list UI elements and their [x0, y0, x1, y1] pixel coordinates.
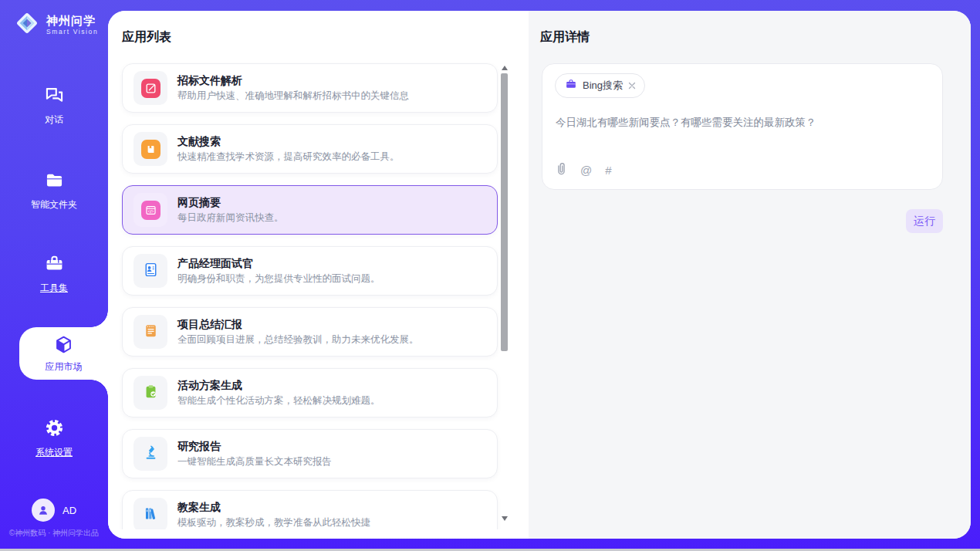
chat-icon [44, 95, 65, 108]
sidebar-item-smart-folder[interactable]: 智能文件夹 [0, 170, 108, 211]
app-title: 项目总结汇报 [177, 316, 419, 332]
app-list-pane: 应用列表 招标文件解析 帮助用户快速、准确地理解和解析招标书中的关键信 [108, 11, 529, 539]
diamond-logo-icon [14, 10, 40, 39]
app-icon-tile [133, 498, 167, 529]
sidebar-item-settings[interactable]: 系统设置 [0, 417, 108, 459]
user-row[interactable]: AD [0, 499, 108, 522]
composer-toolbar: @ # [556, 161, 612, 179]
app-title: 研究报告 [177, 438, 332, 454]
app-title: 招标文件解析 [177, 73, 409, 88]
app-desc: 全面回顾项目进展，总结经验教训，助力未来优化发展。 [177, 333, 419, 347]
scroll-down-icon[interactable] [502, 516, 508, 521]
query-input[interactable]: 今日湖北有哪些新闻要点？有哪些需要关注的最新政策？ [556, 115, 928, 130]
list-item-literature-search[interactable]: 文献搜索 快速精准查找学术资源，提高研究效率的必备工具。 [122, 124, 498, 174]
app-desc: 智能生成个性化活动方案，轻松解决规划难题。 [177, 394, 380, 408]
mention-icon[interactable]: @ [580, 164, 592, 176]
app-icon-tile [133, 71, 167, 105]
app-icon-tile [133, 437, 167, 471]
briefcase-icon [565, 78, 577, 93]
sidebar-item-chat[interactable]: 对话 [0, 85, 108, 127]
app-desc: 一键智能生成高质量长文本研究报告 [177, 455, 332, 469]
cube-icon [53, 334, 74, 358]
app-title: 产品经理面试官 [177, 255, 380, 271]
app-list-title: 应用列表 [122, 29, 171, 46]
list-item-event-plan[interactable]: 活动方案生成 智能生成个性化活动方案，轻松解决规划难题。 [122, 368, 498, 417]
brand-logo: 神州问学 Smart Vision [14, 10, 98, 39]
app-desc: 快速精准查找学术资源，提高研究效率的必备工具。 [177, 150, 400, 164]
app-desc: 模板驱动，教案秒成，教学准备从此轻松快捷 [177, 516, 370, 529]
scrollbar-thumb[interactable] [501, 73, 508, 351]
app-desc: 明确身份和职责，为您提供专业性的面试问题。 [177, 272, 380, 286]
prompt-card: Bing搜索 今日湖北有哪些新闻要点？有哪些需要关注的最新政策？ @ [542, 63, 943, 190]
app-title: 教案生成 [177, 499, 370, 515]
app-list-scrollbar[interactable] [500, 62, 509, 525]
brand-subtitle: Smart Vision [46, 28, 98, 35]
close-icon[interactable] [628, 79, 636, 93]
app-icon-tile [133, 376, 167, 410]
copyright-footer: ©神州数码 · 神州问学出品 [0, 528, 108, 539]
sidebar-item-label: 系统设置 [0, 446, 108, 459]
user-name: AD [63, 505, 76, 516]
scroll-up-icon[interactable] [502, 66, 508, 70]
app-title: 活动方案生成 [177, 377, 380, 393]
brand-title: 神州问学 [46, 14, 96, 27]
edit-document-icon [141, 79, 161, 98]
microscope-icon [142, 444, 160, 465]
notepad-icon [142, 322, 160, 343]
paperclip-icon[interactable] [556, 161, 567, 179]
list-item-bid-document-parsing[interactable]: 招标文件解析 帮助用户快速、准确地理解和解析招标书中的关键信息 [122, 63, 498, 113]
clipboard-check-icon [142, 383, 160, 404]
app-icon-tile [133, 254, 167, 288]
hash-icon[interactable]: # [605, 164, 611, 176]
app-icon-tile [133, 193, 167, 227]
book-icon [141, 140, 161, 159]
sidebar-item-toolkit[interactable]: 工具集 [0, 253, 108, 295]
sidebar-item-label: 智能文件夹 [0, 198, 108, 211]
app-desc: 帮助用户快速、准确地理解和解析招标书中的关键信息 [177, 89, 409, 103]
run-button[interactable]: 运行 [906, 209, 943, 233]
avatar [32, 499, 55, 522]
gear-icon [44, 428, 65, 441]
tool-chip-label: Bing搜索 [583, 79, 623, 93]
app-detail-title: 应用详情 [540, 29, 590, 46]
list-item-web-summary[interactable]: 网页摘要 每日政府新闻资讯快查。 [122, 185, 498, 235]
folder-icon [44, 180, 65, 193]
list-item-lesson-plan[interactable]: 教案生成 模板驱动，教案秒成，教学准备从此轻松快捷 [122, 490, 498, 529]
app-detail-pane: 应用详情 Bing搜索 [529, 11, 971, 539]
list-item-research-report[interactable]: 研究报告 一键智能生成高质量长文本研究报告 [122, 429, 498, 478]
sidebar-item-label: 对话 [0, 113, 108, 127]
app-title: 网页摘要 [177, 194, 284, 210]
tab-curve-top [91, 310, 108, 327]
app-icon-tile [133, 315, 167, 349]
main-panel: 应用列表 招标文件解析 帮助用户快速、准确地理解和解析招标书中的关键信 [108, 11, 971, 539]
app-desc: 每日政府新闻资讯快查。 [177, 211, 284, 225]
resume-person-icon [142, 261, 160, 282]
app-window: 神州问学 Smart Vision 对话 智能文件夹 [0, 0, 980, 551]
books-icon [142, 505, 160, 526]
toolbox-icon [44, 263, 65, 276]
browser-code-icon [141, 201, 161, 220]
app-title: 文献搜索 [177, 134, 400, 149]
sidebar-item-app-market[interactable]: 应用市场 [19, 327, 108, 380]
app-icon-tile [133, 132, 167, 166]
tab-curve-bottom [91, 380, 108, 397]
sidebar: 神州问学 Smart Vision 对话 智能文件夹 [0, 0, 108, 551]
list-item-pm-interviewer[interactable]: 产品经理面试官 明确身份和职责，为您提供专业性的面试问题。 [122, 246, 498, 296]
tool-chip-bing-search[interactable]: Bing搜索 [555, 73, 645, 98]
sidebar-item-label: 工具集 [0, 282, 108, 295]
app-list: 招标文件解析 帮助用户快速、准确地理解和解析招标书中的关键信息 [108, 62, 529, 529]
sidebar-item-label: 应用市场 [46, 360, 83, 374]
list-item-project-summary[interactable]: 项目总结汇报 全面回顾项目进展，总结经验教训，助力未来优化发展。 [122, 307, 498, 357]
avatar-person-icon [36, 503, 50, 517]
